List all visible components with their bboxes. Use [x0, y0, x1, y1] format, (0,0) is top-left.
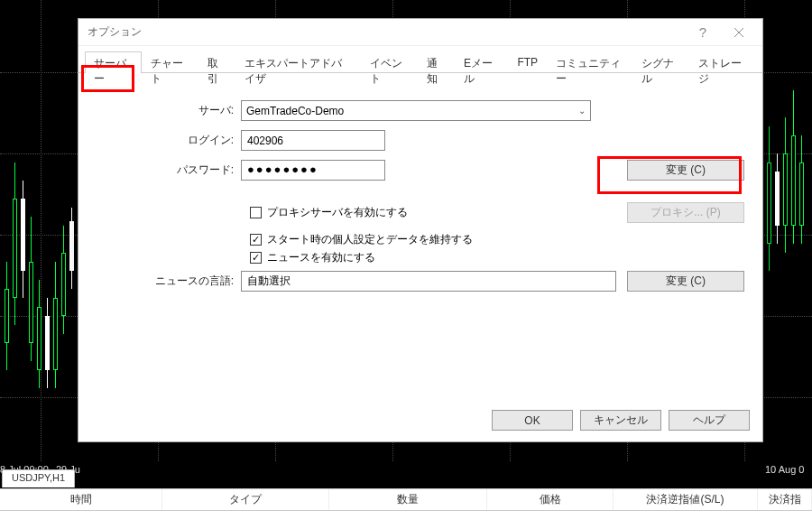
- trade-table-header: 時間 タイプ 数量 価格 決済逆指値(S/L) 決済指: [0, 488, 812, 511]
- tab-ftp[interactable]: FTP: [508, 51, 547, 72]
- th-type[interactable]: タイプ: [162, 489, 329, 510]
- th-time[interactable]: 時間: [0, 489, 162, 510]
- news-lang-input[interactable]: [241, 271, 616, 292]
- tab-notify[interactable]: 通知: [418, 51, 455, 72]
- dialog-title: オプション: [84, 24, 685, 40]
- x-axis-label: 10 Aug 0: [765, 464, 804, 475]
- news-label: ニュースを有効にする: [267, 250, 375, 265]
- tab-trade[interactable]: 取引: [198, 51, 235, 72]
- login-label: ログイン:: [97, 133, 241, 148]
- tab-storage[interactable]: ストレージ: [689, 51, 756, 72]
- change-password-button[interactable]: 変更 (C): [627, 160, 744, 181]
- tab-server[interactable]: サーバー: [85, 51, 142, 72]
- proxy-button: プロキシ... (P): [627, 202, 744, 223]
- help-button[interactable]: ヘルプ: [669, 410, 750, 431]
- close-icon[interactable]: [721, 19, 757, 46]
- server-select[interactable]: GemTradeCo-Demo ⌄: [241, 100, 591, 121]
- th-tp[interactable]: 決済指: [758, 489, 812, 510]
- proxy-checkbox[interactable]: [250, 207, 262, 218]
- news-checkbox[interactable]: ✓: [250, 252, 262, 264]
- chevron-down-icon: ⌄: [578, 106, 586, 116]
- change-lang-button[interactable]: 変更 (C): [627, 271, 744, 292]
- chart-tab[interactable]: USDJPY,H1: [2, 469, 75, 487]
- tab-chart[interactable]: チャート: [142, 51, 198, 72]
- tab-email[interactable]: Eメール: [455, 51, 508, 72]
- blank-area: [0, 511, 812, 529]
- news-lang-label: ニュースの言語:: [97, 274, 241, 289]
- tab-expert[interactable]: エキスパートアドバイザ: [235, 51, 360, 72]
- keep-settings-label: スタート時の個人設定とデータを維持する: [267, 232, 473, 247]
- ok-button[interactable]: OK: [492, 410, 573, 431]
- server-form: サーバ: GemTradeCo-Demo ⌄ ログイン: パスワード: ●●●●…: [78, 73, 762, 292]
- server-label: サーバ:: [97, 103, 241, 118]
- th-qty[interactable]: 数量: [329, 489, 487, 510]
- tab-community[interactable]: コミュニティー: [547, 51, 632, 72]
- cancel-button[interactable]: キャンセル: [580, 410, 661, 431]
- proxy-label: プロキシサーバを有効にする: [267, 205, 627, 220]
- help-icon[interactable]: ?: [685, 19, 721, 46]
- server-value: GemTradeCo-Demo: [246, 105, 344, 117]
- th-price[interactable]: 価格: [487, 489, 614, 510]
- dialog-button-row: OK キャンセル ヘルプ: [492, 410, 750, 431]
- th-sl[interactable]: 決済逆指値(S/L): [614, 489, 758, 510]
- login-input[interactable]: [241, 130, 385, 151]
- keep-settings-checkbox[interactable]: ✓: [250, 234, 262, 246]
- dialog-titlebar: オプション ?: [78, 19, 762, 46]
- password-input[interactable]: ●●●●●●●●: [241, 160, 385, 181]
- tab-signal[interactable]: シグナル: [632, 51, 689, 72]
- options-dialog: オプション ? サーバー チャート 取引 エキスパートアドバイザ イベント 通知…: [78, 18, 763, 442]
- password-label: パスワード:: [97, 162, 241, 178]
- tab-event[interactable]: イベント: [361, 51, 418, 72]
- dialog-tabs: サーバー チャート 取引 エキスパートアドバイザ イベント 通知 Eメール FT…: [78, 46, 762, 73]
